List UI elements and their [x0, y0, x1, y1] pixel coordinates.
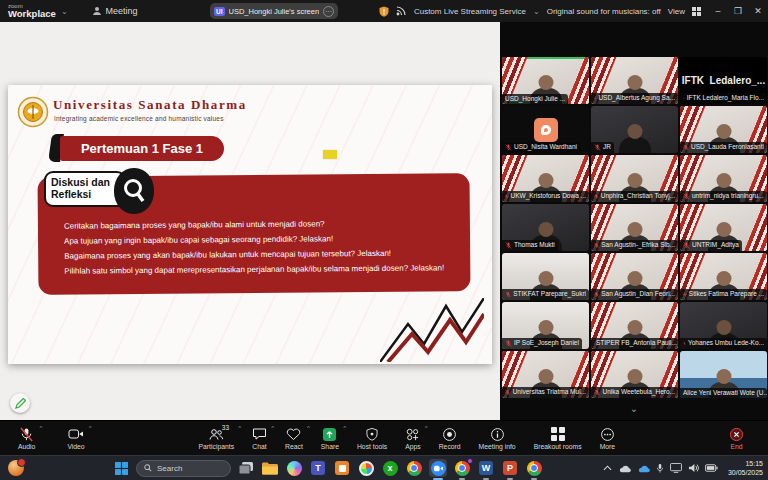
teams-icon[interactable]: T	[309, 459, 327, 477]
muted-mic-icon	[683, 144, 689, 151]
more-button[interactable]: More	[592, 421, 624, 456]
maximize-button[interactable]: ❐	[728, 6, 748, 16]
tab-meeting[interactable]: Meeting	[92, 6, 138, 16]
chevron-up-icon[interactable]: ^	[343, 425, 346, 431]
chrome-icon-3[interactable]	[525, 459, 543, 477]
participant-name: Alice Yeni Verawati Wote (U...	[680, 388, 767, 399]
display-icon[interactable]	[670, 463, 682, 473]
share-button[interactable]: Share^	[313, 421, 347, 456]
zoom-app-icon[interactable]	[429, 459, 447, 477]
search-input[interactable]: Search	[136, 460, 231, 477]
apps-button[interactable]: Apps^	[397, 421, 429, 456]
xbox-icon[interactable]: x	[381, 459, 399, 477]
chevron-up-icon[interactable]: ^	[89, 425, 92, 431]
chat-bubble-icon	[252, 427, 267, 442]
video-tile[interactable]: JR	[591, 106, 678, 153]
streaming-service-label[interactable]: Custom Live Streaming Service	[414, 7, 526, 16]
end-button[interactable]: End	[721, 421, 752, 456]
video-tile[interactable]: STIPER FB_Antonia Pauli...	[591, 302, 678, 349]
video-tile[interactable]: IFTK Ledalero_...IFTK Ledalero_Maria Flo…	[680, 57, 767, 104]
powerpoint-icon[interactable]: P	[501, 459, 519, 477]
video-tile[interactable]: Universitas Triatma Mul...	[502, 351, 589, 398]
video-tile[interactable]: USD_Hongki Julie ...	[502, 57, 589, 104]
view-grid-icon[interactable]	[692, 7, 701, 16]
volume-icon[interactable]	[688, 463, 699, 473]
chevron-up-icon[interactable]: ^	[271, 425, 274, 431]
video-tile[interactable]: San Agustin_Dian Feori...	[591, 253, 678, 300]
muted-mic-icon	[505, 291, 511, 298]
video-tile[interactable]: Thomas Mukti	[502, 204, 589, 251]
video-tile[interactable]: UKW_Kristoforus Dowa ...	[502, 155, 589, 202]
chrome-icon-2[interactable]	[453, 459, 471, 477]
video-tile[interactable]: Unphira_Christian Tonyj...	[591, 155, 678, 202]
react-button[interactable]: React^	[277, 421, 311, 456]
video-tile[interactable]: Unika Weetebula_Hero...	[591, 351, 678, 398]
minimize-button[interactable]: –	[708, 6, 728, 16]
battery-icon[interactable]	[705, 464, 718, 472]
onedrive-icon[interactable]	[618, 464, 631, 473]
toolbar-label: More	[600, 443, 616, 450]
tab-options-icon[interactable]: ⋯	[323, 6, 334, 17]
chevron-down-icon[interactable]: ⌄	[61, 7, 68, 16]
video-tile[interactable]: San Agustin-_Efrika Sib...	[591, 204, 678, 251]
video-tile[interactable]: USD_Albertus Agung Sa...	[591, 57, 678, 104]
windows-taskbar: Search TxWP 15:15 30/05/2025	[0, 455, 768, 480]
taskbar-clock[interactable]: 15:15 30/05/2025	[728, 459, 763, 477]
zoom-workplace-logo[interactable]: zoom Workplace	[8, 3, 56, 19]
gallery-collapse-chevron-icon[interactable]: ⌄	[630, 404, 638, 414]
breakout-rooms-button[interactable]: Breakout rooms	[526, 421, 590, 456]
meeting-info-button[interactable]: Meeting info	[471, 421, 524, 456]
video-tile[interactable]: STIKFAT Parepare_Sukri	[502, 253, 589, 300]
cloud-icon[interactable]	[637, 464, 650, 473]
apps-icon	[405, 427, 420, 442]
video-button[interactable]: Video^	[59, 421, 92, 456]
security-shield-icon[interactable]	[379, 6, 389, 17]
start-icon[interactable]	[112, 459, 130, 477]
task-view-icon[interactable]	[237, 459, 255, 477]
participants-button[interactable]: Participants33^	[191, 421, 243, 456]
video-tile[interactable]: USD_Lauda Feroniasanti	[680, 106, 767, 153]
chrome-icon[interactable]	[405, 459, 423, 477]
video-tile[interactable]: Alice Yeni Verawati Wote (U...	[680, 351, 767, 398]
video-tile[interactable]: untrim_nidya trianingru...	[680, 155, 767, 202]
audio-button[interactable]: Audio^	[10, 421, 43, 456]
close-button[interactable]: ✕	[748, 6, 768, 16]
muted-mic-icon	[594, 193, 599, 200]
copilot-icon[interactable]	[285, 459, 303, 477]
word-icon[interactable]: W	[477, 459, 495, 477]
record-button[interactable]: Record	[431, 421, 469, 456]
chevron-up-icon[interactable]: ^	[238, 425, 241, 431]
muted-mic-icon	[505, 242, 512, 249]
participant-name: Unphira_Christian Tonyj...	[591, 191, 678, 202]
chevron-up-icon[interactable]	[603, 465, 612, 471]
chevron-up-icon[interactable]: ^	[425, 425, 428, 431]
view-button-label[interactable]: View	[668, 7, 685, 16]
chevron-up-icon[interactable]: ^	[307, 425, 310, 431]
original-sound-toggle[interactable]: Original sound for musicians: off	[547, 7, 661, 16]
video-tile[interactable]: USD_Nisita Wardhani	[502, 106, 589, 153]
university-tagline: Integrating academic excellence and huma…	[54, 115, 224, 122]
meeting-icon	[92, 6, 102, 16]
video-tile[interactable]: Yohanes Umbu Lede-Ko...	[680, 302, 767, 349]
chevron-down-icon[interactable]: ⌄	[533, 7, 540, 16]
participant-name: UNTRIM_Aditya	[680, 240, 742, 251]
video-tile[interactable]: IP SoE_Joseph Daniel	[502, 302, 589, 349]
microphone-icon[interactable]	[656, 463, 664, 474]
file-explorer-icon[interactable]	[261, 459, 279, 477]
toolbar-label: End	[730, 443, 742, 450]
video-tile[interactable]: Stikes Fatima Parepare ...	[680, 253, 767, 300]
widgets-account-icon[interactable]	[8, 460, 24, 476]
screen-tab-badge: UI	[214, 7, 225, 16]
chat-button[interactable]: Chat^	[244, 421, 275, 456]
toolbar-label: Audio	[18, 443, 35, 450]
photos-icon[interactable]	[357, 459, 375, 477]
video-tile[interactable]: UNTRIM_Aditya	[680, 204, 767, 251]
question-item: Pilihlah satu simbol yang dapat merepres…	[64, 260, 464, 278]
tab-shared-screen[interactable]: UI USD_Hongki Julie's screen ⋯	[210, 3, 338, 19]
annotate-pencil-button[interactable]	[10, 393, 30, 413]
camera-icon	[68, 427, 84, 442]
host-tools-button[interactable]: Host tools	[349, 421, 395, 456]
outlook-icon[interactable]	[333, 459, 351, 477]
more-ellipsis-icon	[600, 427, 615, 442]
chevron-up-icon[interactable]: ^	[40, 425, 43, 431]
